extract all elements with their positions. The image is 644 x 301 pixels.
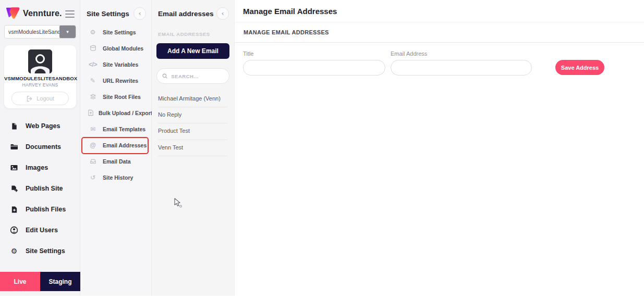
main-titlebar: Manage Email Addresses xyxy=(235,0,644,22)
sidebar-item-label: Publish Site xyxy=(26,185,63,192)
email-section-label: EMAIL ADDRESSES xyxy=(152,20,234,37)
email-list-item[interactable]: Product Test xyxy=(158,123,228,140)
sidebar-item-edit-users[interactable]: Edit Users xyxy=(0,220,80,241)
caret-down-icon[interactable]: ▾ xyxy=(59,25,76,39)
settings-item-global-modules[interactable]: Global Modules xyxy=(80,40,151,56)
code-icon: </> xyxy=(88,61,98,68)
settings-item-email-data[interactable]: Email Data xyxy=(80,153,151,169)
settings-item-site-variables[interactable]: </> Site Variables xyxy=(80,56,151,72)
gear-icon: ⚙ xyxy=(9,247,19,255)
collapse-panel-button[interactable]: ‹ xyxy=(133,7,146,20)
search-icon xyxy=(162,73,167,79)
logout-label: Logout xyxy=(37,95,54,102)
settings-item-bulk-upload-export[interactable]: Bulk Upload / Export xyxy=(80,105,151,121)
email-search-input[interactable] xyxy=(171,73,224,79)
email-field-label: Email Address xyxy=(391,51,532,57)
sidebar-item-site-settings[interactable]: ⚙ Site Settings xyxy=(0,241,80,261)
sidebar-item-label: Documents xyxy=(26,143,61,150)
settings-item-label: Email Addresses xyxy=(103,142,147,148)
settings-item-site-root-files[interactable]: Site Root Files xyxy=(80,89,151,105)
environment-switch: Live Staging xyxy=(0,272,80,291)
sidebar-item-images[interactable]: Images xyxy=(0,157,80,178)
avatar xyxy=(28,49,52,73)
panel-title: Email addresses xyxy=(158,10,214,18)
sidebar-item-web-pages[interactable]: Web Pages xyxy=(0,116,80,136)
sidebar-item-publish-files[interactable]: Publish Files xyxy=(0,199,80,220)
web-pages-icon xyxy=(9,122,19,130)
email-list-item[interactable]: Venn Test xyxy=(158,140,228,156)
staging-button[interactable]: Staging xyxy=(40,272,80,291)
chevron-left-icon: ‹ xyxy=(221,10,224,17)
layers-icon xyxy=(88,93,98,100)
email-list: Michael Armitage (Venn) No Reply Product… xyxy=(158,93,228,156)
site-select-dropdown[interactable]: vsmModulesLiteSandbox ▾ xyxy=(4,25,76,39)
save-address-button[interactable]: Save Address xyxy=(555,60,604,75)
logout-icon xyxy=(26,95,33,102)
modules-icon xyxy=(88,45,98,52)
main-section-label: MANAGE EMAIL ADDRESSES xyxy=(244,29,329,35)
email-list-item[interactable]: Michael Armitage (Venn) xyxy=(158,93,228,107)
sidebar-item-label: Edit Users xyxy=(26,227,58,234)
settings-item-label: Site History xyxy=(103,174,133,181)
main-content: Manage Email Addresses MANAGE EMAIL ADDR… xyxy=(235,0,644,301)
logout-button[interactable]: Logout xyxy=(11,92,69,105)
settings-item-url-rewrites[interactable]: ✎ URL Rewrites xyxy=(80,72,151,89)
settings-item-label: Email Data xyxy=(103,158,131,165)
sidebar-item-label: Web Pages xyxy=(26,122,60,130)
brand-name: Vennture. xyxy=(23,9,62,18)
sidebar-item-label: Publish Files xyxy=(26,206,66,213)
brand: Vennture. xyxy=(0,0,80,20)
sidebar: Vennture. vsmModulesLiteSandbox ▾ VSMMOD… xyxy=(0,0,80,296)
site-settings-panel: Site Settings ‹ ⚙ Site Settings Global M… xyxy=(80,0,152,296)
inbox-icon xyxy=(88,158,98,165)
email-addresses-panel: Email addresses ‹ EMAIL ADDRESSES Add A … xyxy=(152,0,235,296)
title-field-label: Title xyxy=(243,51,385,57)
settings-item-label: Global Modules xyxy=(103,45,143,52)
settings-item-site-history[interactable]: ↺ Site History xyxy=(80,169,151,185)
at-sign-icon: @ xyxy=(88,142,98,148)
sidebar-item-label: Site Settings xyxy=(26,247,65,255)
edit-users-icon xyxy=(9,226,19,234)
gear-icon: ⚙ xyxy=(88,29,98,35)
settings-item-label: Site Root Files xyxy=(103,94,141,100)
email-address-input[interactable] xyxy=(391,60,532,76)
publish-files-icon xyxy=(9,206,19,214)
settings-item-label: Bulk Upload / Export xyxy=(99,110,152,116)
email-panel-header: Email addresses ‹ xyxy=(152,0,234,20)
main-section-header: MANAGE EMAIL ADDRESSES xyxy=(235,22,644,43)
chevron-left-icon: ‹ xyxy=(138,10,141,17)
settings-item-email-addresses[interactable]: @ Email Addresses xyxy=(80,137,151,153)
settings-item-label: Site Variables xyxy=(103,61,138,68)
site-settings-list: ⚙ Site Settings Global Modules </> Site … xyxy=(80,20,151,185)
email-search xyxy=(156,68,229,84)
live-button[interactable]: Live xyxy=(0,272,40,291)
email-list-item[interactable]: No Reply xyxy=(158,107,228,123)
publish-site-icon xyxy=(9,185,19,193)
settings-item-email-templates[interactable]: ✉ Email Templates xyxy=(80,121,151,137)
settings-item-label: URL Rewrites xyxy=(103,78,138,84)
add-new-email-button[interactable]: Add A New Email xyxy=(156,43,229,59)
hamburger-menu-icon[interactable] xyxy=(65,7,75,20)
pencil-icon: ✎ xyxy=(88,78,98,84)
email-address-form: Title Email Address Save Address xyxy=(235,43,644,76)
images-icon xyxy=(9,164,19,172)
settings-item-site-settings[interactable]: ⚙ Site Settings xyxy=(80,24,151,40)
profile-card: VSMMODULESLITESANDBOX HARVEY EVANS Logou… xyxy=(4,45,76,108)
mail-icon: ✉ xyxy=(88,126,98,132)
site-select-value: vsmModulesLiteSandbox xyxy=(5,29,59,35)
page-title: Manage Email Addresses xyxy=(243,7,337,16)
sidebar-item-publish-site[interactable]: Publish Site xyxy=(0,178,80,199)
title-input[interactable] xyxy=(243,60,385,76)
collapse-panel-button[interactable]: ‹ xyxy=(216,7,229,20)
settings-item-label: Site Settings xyxy=(103,29,136,35)
site-settings-panel-header: Site Settings ‹ xyxy=(80,0,151,20)
profile-site-name: VSMMODULESLITESANDBOX xyxy=(4,76,76,81)
history-icon: ↺ xyxy=(88,174,98,181)
vennture-logo-icon xyxy=(5,7,20,20)
documents-icon xyxy=(9,143,19,151)
sidebar-item-documents[interactable]: Documents xyxy=(0,136,80,157)
sidebar-item-label: Images xyxy=(26,164,48,171)
profile-user-name: HARVEY EVANS xyxy=(4,82,76,87)
panel-title: Site Settings xyxy=(87,10,129,18)
sidebar-nav: Web Pages Documents Images Publish Site … xyxy=(0,116,80,261)
